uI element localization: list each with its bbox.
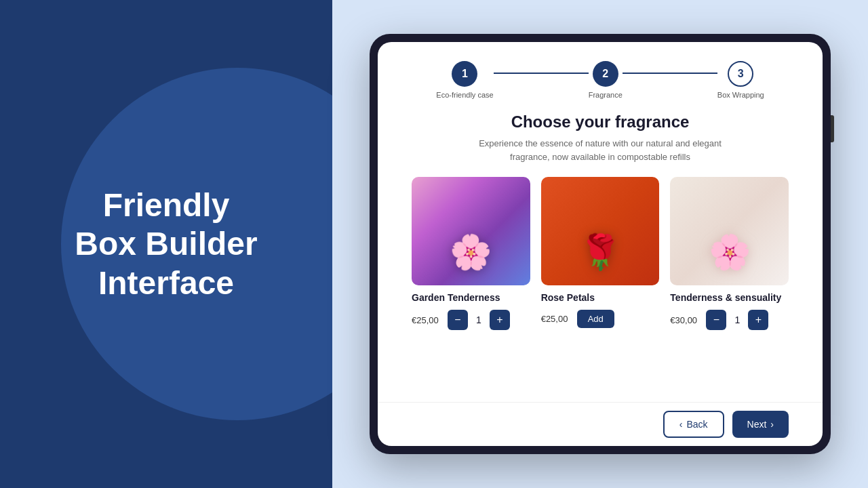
tablet: 1 Eco-friendly case 2 Fragrance 3 Box Wr…: [370, 34, 831, 454]
side-button: [831, 115, 834, 142]
chevron-left-icon: ‹: [679, 419, 683, 430]
stepper: 1 Eco-friendly case 2 Fragrance 3 Box Wr…: [378, 42, 823, 106]
add-button-rose[interactable]: Add: [577, 310, 614, 328]
step-2: 2 Fragrance: [589, 61, 623, 99]
product-price-garden: €25,00: [412, 315, 442, 325]
step-1-circle: 1: [452, 61, 477, 87]
qty-increment-garden[interactable]: +: [490, 310, 510, 330]
product-card-garden: Garden Tenderness €25,00 − 1 +: [412, 177, 530, 330]
qty-decrement-tenderness[interactable]: −: [706, 310, 726, 330]
product-controls-rose: €25,00 Add: [541, 310, 660, 328]
step-1-label: Eco-friendly case: [436, 91, 493, 99]
right-panel: 1 Eco-friendly case 2 Fragrance 3 Box Wr…: [332, 0, 868, 488]
page-subtitle: Experience the essence of nature with ou…: [412, 137, 789, 163]
hero-title: Friendly Box Builder Interface: [47, 186, 284, 303]
product-grid: Garden Tenderness €25,00 − 1 + Rose Peta…: [412, 177, 789, 330]
back-button[interactable]: ‹ Back: [663, 411, 724, 438]
step-3-circle: 3: [728, 61, 753, 87]
product-name-garden: Garden Tenderness: [412, 292, 530, 303]
product-image-rose: [541, 177, 660, 285]
step-3: 3 Box Wrapping: [717, 61, 764, 99]
product-image-tenderness: [670, 177, 789, 285]
product-name-rose: Rose Petals: [541, 292, 660, 303]
main-content: Choose your fragrance Experience the ess…: [378, 106, 823, 402]
left-panel: Friendly Box Builder Interface: [0, 0, 332, 488]
product-controls-tenderness: €30,00 − 1 +: [670, 310, 789, 330]
chevron-right-icon: ›: [770, 419, 774, 430]
product-price-tenderness: €30,00: [670, 315, 701, 325]
product-card-tenderness: Tenderness & sensuality €30,00 − 1 +: [670, 177, 789, 330]
page-title: Choose your fragrance: [412, 113, 789, 131]
back-label: Back: [686, 419, 707, 430]
step-line-2: [623, 73, 717, 74]
step-2-label: Fragrance: [589, 91, 623, 99]
tablet-screen: 1 Eco-friendly case 2 Fragrance 3 Box Wr…: [378, 42, 823, 446]
product-card-rose: Rose Petals €25,00 Add: [541, 177, 660, 330]
qty-value-garden: 1: [473, 314, 484, 325]
qty-value-tenderness: 1: [732, 314, 743, 325]
step-2-circle: 2: [593, 61, 618, 87]
next-button[interactable]: Next ›: [732, 411, 789, 438]
product-name-tenderness: Tenderness & sensuality: [670, 292, 789, 303]
step-line-1: [494, 73, 589, 74]
next-label: Next: [747, 419, 767, 430]
step-1: 1 Eco-friendly case: [436, 61, 493, 99]
footer: ‹ Back Next ›: [378, 402, 823, 446]
product-price-rose: €25,00: [541, 314, 572, 324]
product-controls-garden: €25,00 − 1 +: [412, 310, 530, 330]
qty-decrement-garden[interactable]: −: [448, 310, 468, 330]
qty-increment-tenderness[interactable]: +: [748, 310, 768, 330]
product-image-garden: [412, 177, 530, 285]
step-3-label: Box Wrapping: [717, 91, 764, 99]
